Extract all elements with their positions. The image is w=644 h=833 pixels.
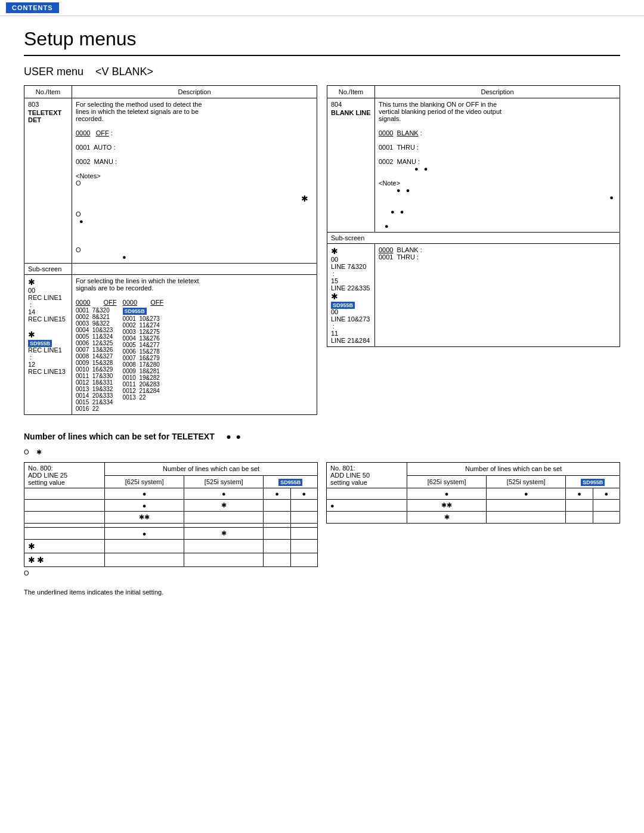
page-content: Setup menus USER menu <V BLANK> No./Item…: [0, 16, 644, 614]
t800-sys3: SD955B: [264, 475, 318, 488]
right-header-item: No./Item: [327, 86, 375, 98]
row-803: 803 TELETEXTDET For selecting the method…: [24, 98, 317, 264]
footer-note: The underlined items indicates the initi…: [24, 589, 620, 596]
t801-sys3: SD955B: [566, 475, 620, 488]
t800-row6: ✱: [24, 540, 318, 553]
right-subscreen-row: Sub-screen: [327, 233, 620, 244]
table-800-label: No. 800:ADD LINE 25setting value: [24, 463, 105, 488]
left-subscreen-row: Sub-screen: [24, 264, 317, 275]
left-header-item: No./Item: [24, 86, 72, 98]
row-804: 804 BLANK LINE This turns the blanking O…: [327, 98, 620, 233]
two-tables-row: No. 800:ADD LINE 25setting value Number …: [24, 462, 620, 579]
right-menu-table: No./Item Description 804 BLANK LINE This…: [327, 85, 620, 347]
table-801-header: Number of lines which can be set: [407, 463, 620, 476]
left-sub-desc: For selecting the lines in which the tel…: [72, 275, 317, 415]
right-sub-desc: 0000 BLANK : 0001 THRU :: [375, 244, 620, 347]
table-800-header: Number of lines which can be set: [105, 463, 318, 476]
section-title: USER menu <V BLANK>: [24, 66, 620, 78]
item-803: 803 TELETEXTDET: [24, 98, 72, 264]
right-header-desc: Description: [375, 86, 620, 98]
t801-sys2: [525i system]: [487, 475, 566, 488]
t800-sys2: [525i system]: [184, 475, 264, 488]
contents-button[interactable]: CONTENTS: [6, 2, 59, 13]
num-lines-title: Number of lines which can be set for TEL…: [24, 432, 241, 441]
t800-row3: ✱✱: [24, 512, 318, 524]
o-bottom-label: O: [24, 569, 318, 577]
t801-row2: ● ✱✱: [327, 500, 620, 512]
num-lines-section: Number of lines which can be set for TEL…: [24, 423, 620, 579]
o-star-label: O ✱: [24, 448, 620, 456]
right-sub-items: ✱ 00 LINE 7&320 : 15 LINE 22&335 ✱ SD955…: [327, 244, 375, 347]
left-subscreen-label-cell: Sub-screen: [24, 264, 72, 275]
t800-row1: ● ● ● ●: [24, 488, 318, 500]
t800-row4: [24, 524, 318, 528]
table-800: No. 800:ADD LINE 25setting value Number …: [24, 462, 318, 567]
t800-row7: ✱ ✱: [24, 553, 318, 567]
page-divider: [24, 55, 620, 56]
t801-row3: ✱: [327, 512, 620, 524]
t801-sys1: [625i system]: [407, 475, 487, 488]
right-subscreen-data: ✱ 00 LINE 7&320 : 15 LINE 22&335 ✱ SD955…: [327, 244, 620, 347]
top-nav: CONTENTS: [0, 0, 644, 16]
table-801: No. 801:ADD LINE 50setting value Number …: [326, 462, 620, 524]
left-subscreen-data: ✱ 00 REC LINE1 : 14 REC LINE15 ✱ SD955B …: [24, 275, 317, 415]
desc-803: For selecting the method used to detect …: [72, 98, 317, 264]
table-800-container: No. 800:ADD LINE 25setting value Number …: [24, 462, 318, 579]
main-layout: No./Item Description 803 TELETEXTDET For…: [24, 85, 620, 415]
left-header-desc: Description: [72, 86, 317, 98]
t800-sys1: [625i system]: [105, 475, 184, 488]
t801-row1: ● ● ● ●: [327, 488, 620, 500]
t800-row2: ● ✱: [24, 500, 318, 512]
desc-804: This turns the blanking ON or OFF in the…: [375, 98, 620, 233]
table-801-container: No. 801:ADD LINE 50setting value Number …: [326, 462, 620, 579]
left-subscreen-desc: [72, 264, 317, 275]
table-801-label: No. 801:ADD LINE 50setting value: [327, 463, 407, 488]
t800-row5: ● ✱: [24, 528, 318, 540]
item-804: 804 BLANK LINE: [327, 98, 375, 233]
page-title: Setup menus: [24, 28, 620, 50]
right-subscreen-label: Sub-screen: [327, 233, 620, 244]
left-sub-items: ✱ 00 REC LINE1 : 14 REC LINE15 ✱ SD955B …: [24, 275, 72, 415]
left-menu-table: No./Item Description 803 TELETEXTDET For…: [24, 85, 317, 415]
left-col: No./Item Description 803 TELETEXTDET For…: [24, 85, 317, 415]
right-col: No./Item Description 804 BLANK LINE This…: [327, 85, 620, 347]
